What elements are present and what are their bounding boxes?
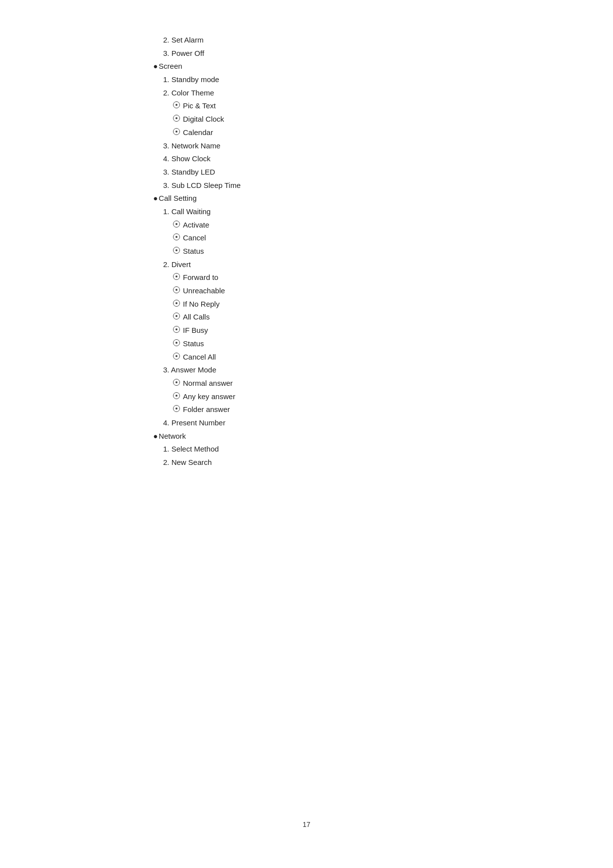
item-text: 3. Answer Mode [163,364,217,377]
circle-icon [173,326,180,333]
menu-container: 2. Set Alarm3. Power Off●Screen1. Standb… [153,34,460,469]
item-text: Cancel [183,231,206,245]
list-item: IF Busy [153,324,460,337]
item-text: 1. Standby mode [163,73,219,87]
list-item: 4. Show Clock [153,152,460,166]
item-text: 2. Set Alarm [163,34,204,47]
list-item: 2. Set Alarm [153,34,460,47]
list-item: Digital Clock [153,113,460,126]
list-item: 3. Answer Mode [153,364,460,377]
list-item: If No Reply [153,298,460,311]
item-text: 4. Show Clock [163,152,211,166]
item-text: Status [183,245,204,258]
list-item: Normal answer [153,377,460,390]
item-text: Digital Clock [183,113,224,126]
list-item: 2. Color Theme [153,87,460,100]
item-text: Normal answer [183,377,233,390]
list-item: ●Screen [153,60,460,73]
circle-icon [173,353,180,360]
page-number: 17 [0,821,613,828]
list-item: 3. Sub LCD Sleep Time [153,179,460,192]
item-text: Calendar [183,126,213,139]
circle-icon [173,405,180,412]
item-text: 3. Standby LED [163,166,215,179]
circle-icon [173,392,180,399]
list-item: 1. Call Waiting [153,205,460,219]
bullet-icon: ● [153,60,158,73]
circle-icon [173,233,180,240]
item-text: Forward to [183,271,219,284]
item-text: 2. Color Theme [163,87,214,100]
circle-icon [173,339,180,346]
list-item: Cancel [153,231,460,245]
circle-icon [173,379,180,386]
item-text: Screen [159,60,182,73]
list-item: 3. Power Off [153,47,460,60]
circle-icon [173,247,180,254]
circle-icon [173,128,180,135]
circle-icon [173,101,180,108]
list-item: 2. New Search [153,456,460,469]
list-item: ●Call Setting [153,192,460,205]
list-item: Status [153,245,460,258]
list-item: 4. Present Number [153,416,460,430]
list-item: Forward to [153,271,460,284]
item-text: 3. Network Name [163,139,220,153]
item-text: Activate [183,219,209,232]
list-item: ●Network [153,430,460,443]
list-item: Calendar [153,126,460,139]
list-item: Folder answer [153,403,460,416]
bullet-icon: ● [153,192,158,205]
list-item: 3. Network Name [153,139,460,153]
item-text: Pic & Text [183,99,216,113]
list-item: 1. Standby mode [153,73,460,87]
list-item: Status [153,337,460,351]
item-text: 3. Sub LCD Sleep Time [163,179,241,192]
item-text: Network [159,430,186,443]
list-item: 3. Standby LED [153,166,460,179]
list-item: 2. Divert [153,258,460,272]
item-text: Any key answer [183,390,235,404]
list-item: All Calls [153,311,460,324]
circle-icon [173,273,180,280]
item-text: Unreachable [183,284,225,298]
item-text: If No Reply [183,298,219,311]
item-text: 1. Select Method [163,443,219,456]
item-text: Cancel All [183,351,216,364]
item-text: 4. Present Number [163,416,225,430]
item-text: 3. Power Off [163,47,204,60]
circle-icon [173,300,180,307]
list-item: Activate [153,219,460,232]
list-item: Any key answer [153,390,460,404]
page-content: 2. Set Alarm3. Power Off●Screen1. Standb… [153,34,460,469]
item-text: 2. Divert [163,258,191,272]
list-item: Cancel All [153,351,460,364]
item-text: 2. New Search [163,456,212,469]
item-text: IF Busy [183,324,208,337]
item-text: Status [183,337,204,351]
item-text: All Calls [183,311,210,324]
item-text: Call Setting [159,192,197,205]
circle-icon [173,286,180,293]
circle-icon [173,115,180,122]
list-item: 1. Select Method [153,443,460,456]
item-text: Folder answer [183,403,230,416]
bullet-icon: ● [153,430,158,443]
circle-icon [173,313,180,320]
list-item: Pic & Text [153,99,460,113]
item-text: 1. Call Waiting [163,205,211,219]
list-item: Unreachable [153,284,460,298]
circle-icon [173,221,180,228]
